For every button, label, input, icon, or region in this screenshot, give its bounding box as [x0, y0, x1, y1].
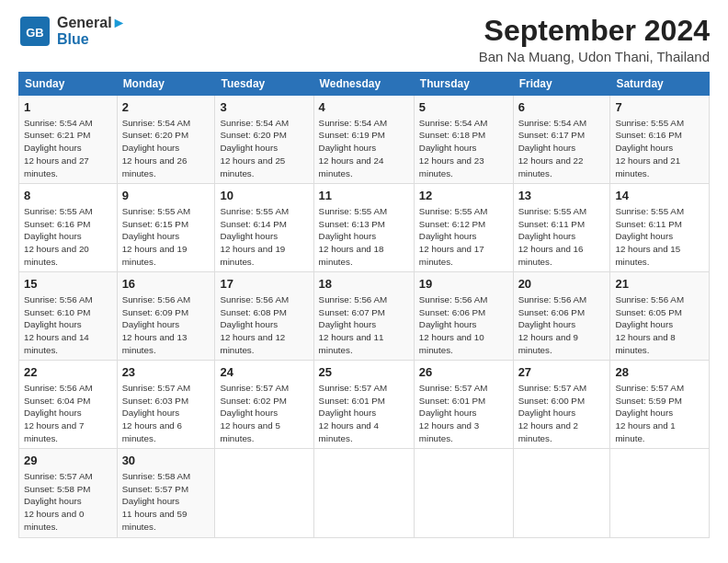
day-info: Sunrise: 5:57 AM Sunset: 6:03 PM Dayligh… [122, 382, 210, 445]
table-row: 25 Sunrise: 5:57 AM Sunset: 6:01 PM Dayl… [313, 361, 414, 449]
table-row: 4 Sunrise: 5:54 AM Sunset: 6:19 PM Dayli… [313, 96, 414, 184]
day-number: 25 [319, 364, 409, 381]
table-row: 23 Sunrise: 5:57 AM Sunset: 6:03 PM Dayl… [117, 361, 215, 449]
day-number: 3 [220, 99, 308, 116]
calendar-week-row: 22 Sunrise: 5:56 AM Sunset: 6:04 PM Dayl… [19, 361, 710, 449]
table-row [215, 449, 313, 537]
day-info: Sunrise: 5:54 AM Sunset: 6:20 PM Dayligh… [122, 117, 210, 180]
table-row [414, 449, 513, 537]
day-info: Sunrise: 5:54 AM Sunset: 6:18 PM Dayligh… [419, 117, 508, 180]
day-info: Sunrise: 5:55 AM Sunset: 6:15 PM Dayligh… [122, 205, 210, 269]
table-row [313, 449, 414, 537]
table-row: 26 Sunrise: 5:57 AM Sunset: 6:01 PM Dayl… [414, 361, 513, 449]
table-row: 19 Sunrise: 5:56 AM Sunset: 6:06 PM Dayl… [414, 272, 513, 361]
table-row: 11 Sunrise: 5:55 AM Sunset: 6:13 PM Dayl… [313, 184, 414, 272]
day-number: 24 [220, 364, 308, 381]
table-row: 5 Sunrise: 5:54 AM Sunset: 6:18 PM Dayli… [414, 96, 513, 184]
col-monday: Monday [117, 73, 215, 96]
day-info: Sunrise: 5:56 AM Sunset: 6:07 PM Dayligh… [319, 293, 409, 357]
logo-line2: Blue [57, 31, 126, 48]
table-row: 22 Sunrise: 5:56 AM Sunset: 6:04 PM Dayl… [19, 361, 118, 449]
day-info: Sunrise: 5:57 AM Sunset: 6:00 PM Dayligh… [518, 382, 606, 445]
table-row: 29 Sunrise: 5:57 AM Sunset: 5:58 PM Dayl… [19, 449, 118, 537]
day-info: Sunrise: 5:55 AM Sunset: 6:16 PM Dayligh… [615, 117, 704, 180]
day-number: 30 [122, 453, 210, 469]
day-info: Sunrise: 5:55 AM Sunset: 6:11 PM Dayligh… [615, 205, 704, 269]
location-title: Ban Na Muang, Udon Thani, Thailand [479, 49, 710, 64]
day-info: Sunrise: 5:55 AM Sunset: 6:13 PM Dayligh… [319, 205, 409, 269]
table-row: 15 Sunrise: 5:56 AM Sunset: 6:10 PM Dayl… [19, 272, 118, 361]
day-info: Sunrise: 5:57 AM Sunset: 5:59 PM Dayligh… [615, 382, 704, 445]
day-info: Sunrise: 5:56 AM Sunset: 6:08 PM Dayligh… [220, 293, 308, 357]
day-info: Sunrise: 5:58 AM Sunset: 5:57 PM Dayligh… [122, 470, 210, 534]
calendar-week-row: 29 Sunrise: 5:57 AM Sunset: 5:58 PM Dayl… [19, 449, 710, 537]
logo-line1: General► [57, 15, 126, 31]
day-info: Sunrise: 5:56 AM Sunset: 6:05 PM Dayligh… [615, 293, 704, 357]
calendar-table: Sunday Monday Tuesday Wednesday Thursday… [18, 72, 710, 537]
table-row: 2 Sunrise: 5:54 AM Sunset: 6:20 PM Dayli… [117, 96, 215, 184]
table-row: 3 Sunrise: 5:54 AM Sunset: 6:20 PM Dayli… [215, 96, 313, 184]
table-row: 9 Sunrise: 5:55 AM Sunset: 6:15 PM Dayli… [117, 184, 215, 272]
table-row: 6 Sunrise: 5:54 AM Sunset: 6:17 PM Dayli… [513, 96, 610, 184]
page: GB General► Blue September 2024 Ban Na M… [0, 0, 728, 563]
day-info: Sunrise: 5:55 AM Sunset: 6:12 PM Dayligh… [419, 205, 508, 269]
day-number: 8 [24, 188, 112, 204]
day-number: 4 [319, 99, 409, 116]
table-row: 1 Sunrise: 5:54 AM Sunset: 6:21 PM Dayli… [19, 96, 118, 184]
day-info: Sunrise: 5:54 AM Sunset: 6:17 PM Dayligh… [518, 117, 606, 180]
table-row: 18 Sunrise: 5:56 AM Sunset: 6:07 PM Dayl… [313, 272, 414, 361]
day-number: 15 [24, 276, 112, 293]
day-info: Sunrise: 5:56 AM Sunset: 6:10 PM Dayligh… [24, 293, 112, 357]
table-row: 14 Sunrise: 5:55 AM Sunset: 6:11 PM Dayl… [610, 184, 710, 272]
svg-text:GB: GB [26, 26, 44, 40]
day-number: 1 [24, 99, 112, 116]
table-row: 30 Sunrise: 5:58 AM Sunset: 5:57 PM Dayl… [117, 449, 215, 537]
table-row: 16 Sunrise: 5:56 AM Sunset: 6:09 PM Dayl… [117, 272, 215, 361]
day-info: Sunrise: 5:57 AM Sunset: 6:02 PM Dayligh… [220, 382, 308, 445]
table-row: 21 Sunrise: 5:56 AM Sunset: 6:05 PM Dayl… [610, 272, 710, 361]
day-number: 23 [122, 364, 210, 381]
col-friday: Friday [513, 73, 610, 96]
day-number: 26 [419, 364, 508, 381]
day-number: 27 [518, 364, 606, 381]
day-number: 29 [24, 453, 112, 469]
table-row: 12 Sunrise: 5:55 AM Sunset: 6:12 PM Dayl… [414, 184, 513, 272]
day-info: Sunrise: 5:57 AM Sunset: 5:58 PM Dayligh… [24, 470, 112, 534]
day-number: 17 [220, 276, 308, 293]
day-number: 7 [615, 99, 704, 116]
logo: GB General► Blue [18, 15, 126, 48]
day-number: 22 [24, 364, 112, 381]
col-thursday: Thursday [414, 73, 513, 96]
day-info: Sunrise: 5:56 AM Sunset: 6:06 PM Dayligh… [419, 293, 508, 357]
day-number: 5 [419, 99, 508, 116]
table-row: 24 Sunrise: 5:57 AM Sunset: 6:02 PM Dayl… [215, 361, 313, 449]
table-row: 27 Sunrise: 5:57 AM Sunset: 6:00 PM Dayl… [513, 361, 610, 449]
day-number: 28 [615, 364, 704, 381]
day-info: Sunrise: 5:55 AM Sunset: 6:16 PM Dayligh… [24, 205, 112, 269]
day-number: 9 [122, 188, 210, 204]
day-number: 14 [615, 188, 704, 204]
day-info: Sunrise: 5:57 AM Sunset: 6:01 PM Dayligh… [319, 382, 409, 445]
day-info: Sunrise: 5:55 AM Sunset: 6:14 PM Dayligh… [220, 205, 308, 269]
col-tuesday: Tuesday [215, 73, 313, 96]
day-info: Sunrise: 5:54 AM Sunset: 6:21 PM Dayligh… [24, 117, 112, 180]
day-info: Sunrise: 5:56 AM Sunset: 6:09 PM Dayligh… [122, 293, 210, 357]
table-row: 28 Sunrise: 5:57 AM Sunset: 5:59 PM Dayl… [610, 361, 710, 449]
table-row: 20 Sunrise: 5:56 AM Sunset: 6:06 PM Dayl… [513, 272, 610, 361]
day-number: 11 [319, 188, 409, 204]
day-number: 21 [615, 276, 704, 293]
table-row: 10 Sunrise: 5:55 AM Sunset: 6:14 PM Dayl… [215, 184, 313, 272]
calendar-week-row: 15 Sunrise: 5:56 AM Sunset: 6:10 PM Dayl… [19, 272, 710, 361]
col-saturday: Saturday [610, 73, 710, 96]
day-info: Sunrise: 5:55 AM Sunset: 6:11 PM Dayligh… [518, 205, 606, 269]
day-info: Sunrise: 5:56 AM Sunset: 6:06 PM Dayligh… [518, 293, 606, 357]
day-number: 18 [319, 276, 409, 293]
title-block: September 2024 Ban Na Muang, Udon Thani,… [479, 15, 710, 64]
table-row [513, 449, 610, 537]
day-info: Sunrise: 5:54 AM Sunset: 6:20 PM Dayligh… [220, 117, 308, 180]
col-sunday: Sunday [19, 73, 118, 96]
table-row: 13 Sunrise: 5:55 AM Sunset: 6:11 PM Dayl… [513, 184, 610, 272]
day-number: 20 [518, 276, 606, 293]
day-info: Sunrise: 5:54 AM Sunset: 6:19 PM Dayligh… [319, 117, 409, 180]
logo-icon: GB [18, 15, 51, 48]
